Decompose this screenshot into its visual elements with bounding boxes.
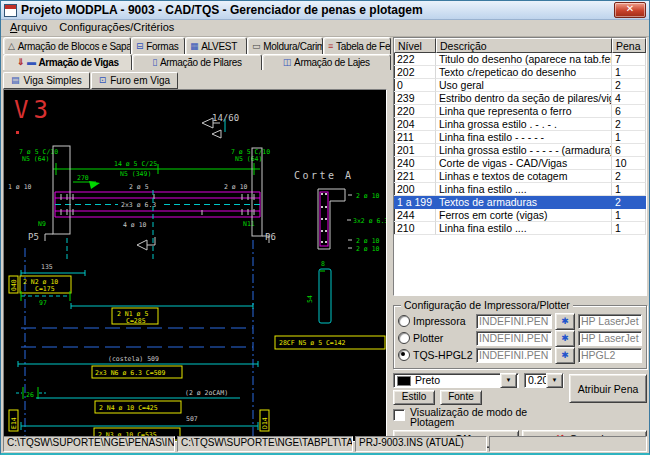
svg-text:8: 8 [321,260,325,268]
gear-icon: ✱ [561,333,569,343]
close-button[interactable]: ✕ [614,2,646,18]
chevron-down-icon[interactable]: ▼ [500,373,517,388]
driver-impressora[interactable]: HP LaserJet Profession [578,314,642,329]
config-impressora-button[interactable]: ✱ [555,313,575,330]
tab-armacao-lajes[interactable]: ◫ Armação de Lajes [262,54,391,70]
radio-impressora[interactable] [398,315,410,327]
col-header-descricao[interactable]: Descrição [436,38,612,53]
title-bar: Projeto MODPLA - 9003 - CAD/TQS - Gerenc… [1,1,649,20]
status-project-file: PRJ-9003.INS (ATUAL) [355,436,487,452]
tab-row-1: △ Armação de Blocos e Sapatas ⊟ Formas ▦… [3,37,391,54]
svg-text:2 ø 10: 2 ø 10 [356,245,380,253]
beam-hole-icon: ⊡ [99,76,107,85]
pen-controls: Preto ▼ 0.20 ▼ Estilo Fonte Atribuir Pen… [393,373,647,404]
col-header-pena[interactable]: Pena [612,38,646,53]
table-row[interactable]: 240Corte de vigas - CAD/Vigas10 [394,157,646,170]
table-row[interactable]: 211Linha fina estilo - - - - -1 [394,131,646,144]
radio-plotter[interactable] [398,332,410,344]
plot-preview-label: Visualização de modo de Plotagem [410,407,527,429]
pen-level-table: Nível Descrição Pena 222Titulo do desenh… [393,37,647,296]
table-row[interactable]: 220Linha que representa o ferro6 [394,105,646,118]
config-tqs-hpgl2-button[interactable]: ✱ [555,347,575,364]
cad-viewport[interactable]: V3 14/60 [3,89,387,442]
svg-text:N5 (349): N5 (349) [120,170,151,178]
formwork-icon: ⊟ [136,42,143,51]
config-plotter-button[interactable]: ✱ [555,330,575,347]
atribuir-pena-button[interactable]: Atribuir Pena [569,374,647,403]
tab-formas[interactable]: ⊟ Formas [131,37,185,54]
svg-text:2 ø 10: 2 ø 10 [224,183,248,191]
driver-plotter[interactable]: HP LaserJet Profession [578,331,642,346]
rebar-table-icon: ≡ [328,42,333,51]
tab-tabela-ferros[interactable]: ≡ Tabela de Ferros [323,37,391,54]
table-row[interactable]: 0Uso geral2 [394,79,646,92]
cad-drawing: V3 14/60 [4,90,386,441]
driver-tqs-hpgl2[interactable]: HPGL2 [578,348,642,363]
status-bar: C:\TQSW\SUPORTE\NGE\PENAS\INDEFINI.PEN C… [1,435,649,453]
table-row[interactable]: 221Linhas e textos de cotagem2 [394,170,646,183]
table-row[interactable]: 239Estribo dentro da seção de pilares/vi… [394,92,646,105]
table-row[interactable]: 202Texto c/repeticao do desenho1 [394,66,646,79]
simple-beam-icon: ▤ [11,76,20,85]
table-row[interactable]: 200Linha fina estilo ....1 [394,183,646,196]
chevron-down-icon[interactable]: ▼ [546,373,563,388]
table-row[interactable]: 201Linha grossa estilo - - - - - (armadu… [394,144,646,157]
radio-tqs-hpgl2[interactable] [398,349,410,361]
svg-text:14 ø 5 C/25: 14 ø 5 C/25 [114,160,157,168]
subtab-viga-simples[interactable]: ▤ Viga Simples [3,72,90,89]
window-title: Projeto MODPLA - 9003 - CAD/TQS - Gerenc… [21,3,610,17]
svg-text:2 ø 10: 2 ø 10 [356,192,380,200]
pen-width-value: 0.20 [528,374,546,387]
color-swatch [397,376,411,386]
tab-armacao-pilares[interactable]: ▯ Armação de Pilares [132,54,261,70]
svg-text:2 ø 10: 2 ø 10 [356,237,380,245]
subtab-row: ▤ Viga Simples ⊡ Furo em Viga [3,71,391,89]
svg-text:14/60: 14/60 [212,113,239,123]
printer-config-group: Configuração de Impressora/Plotter Impre… [393,305,647,369]
table-row[interactable]: 244Ferros em corte (vigas)1 [394,209,646,222]
svg-text:C=285: C=285 [126,317,146,325]
status-table-file-path: C:\TQSW\SUPORTE\NGE\TABPLT\TABPLTA.DAT [177,436,353,452]
table-row-selected[interactable]: 1 a 199Textos de armaduras2 [394,196,646,209]
svg-text:C=175: C=175 [35,285,55,293]
column-icon: ▯ [152,58,157,67]
tab-armacao-vigas[interactable]: ⇓ ▬ Armação de Vigas [3,54,132,70]
svg-text:54: 54 [306,295,314,303]
pen-file-tqs-hpgl2[interactable]: INDEFINI.PEN [476,348,552,363]
table-row[interactable]: 222Titulo do desenho (aparece na tab.fer… [394,53,646,66]
table-header: Nível Descrição Pena [394,38,646,53]
svg-text:507: 507 [186,415,198,423]
pen-file-plotter[interactable]: INDEFINI.PEN [476,331,552,346]
menu-arquivo[interactable]: Arquivo [5,21,52,36]
menu-bar: Arquivo Configurações/Critérios [1,20,649,37]
svg-text:D14: D14 [261,417,269,429]
menu-configuracoes-criterios[interactable]: Configurações/Critérios [54,21,179,36]
tab-alvest[interactable]: ▦ ALVEST [185,37,247,54]
table-row[interactable]: 204Linha grossa estilo . - . - .2 [394,118,646,131]
svg-text:135: 135 [41,263,53,271]
gear-icon: ✱ [561,350,569,360]
svg-text:N5 (64): N5 (64) [22,155,49,163]
svg-text:270: 270 [77,174,89,182]
svg-text:(2 ø 2oCAM): (2 ø 2oCAM) [185,389,228,397]
estilo-button[interactable]: Estilo [393,390,435,405]
fonte-button[interactable]: Fonte [440,390,482,405]
svg-text:P6: P6 [265,232,276,242]
pen-file-impressora[interactable]: INDEFINI.PEN [476,314,552,329]
pen-color-select[interactable]: Preto ▼ [393,373,519,388]
subtab-furo-em-viga[interactable]: ⊡ Furo em Viga [91,72,178,89]
plot-preview-row: Visualização de modo de Plotagem [393,407,647,429]
plot-preview-checkbox[interactable] [393,409,405,421]
svg-text:2x3 N6 ø 6.3 C=509: 2x3 N6 ø 6.3 C=509 [95,369,166,377]
svg-text:1 ø 10: 1 ø 10 [8,183,32,191]
table-row[interactable]: 210Linha fina estilo ....1 [394,222,646,235]
tab-row-2: ⇓ ▬ Armação de Vigas ▯ Armação de Pilare… [3,54,391,71]
tab-moldura-carimbo[interactable]: ▭ Moldura/Carimbo [247,37,323,54]
gear-icon: ✱ [561,316,569,326]
svg-text:3x2 ø 6.3: 3x2 ø 6.3 [353,217,386,225]
svg-text:4 ø 10: 4 ø 10 [123,221,147,229]
pen-width-select[interactable]: 0.20 ▼ [524,373,564,388]
tab-armacao-blocos-sapatas[interactable]: △ Armação de Blocos e Sapatas [3,37,131,54]
printer-row-impressora: Impressora INDEFINI.PEN ✱ HP LaserJet Pr… [398,313,642,329]
col-header-nivel[interactable]: Nível [394,38,436,53]
